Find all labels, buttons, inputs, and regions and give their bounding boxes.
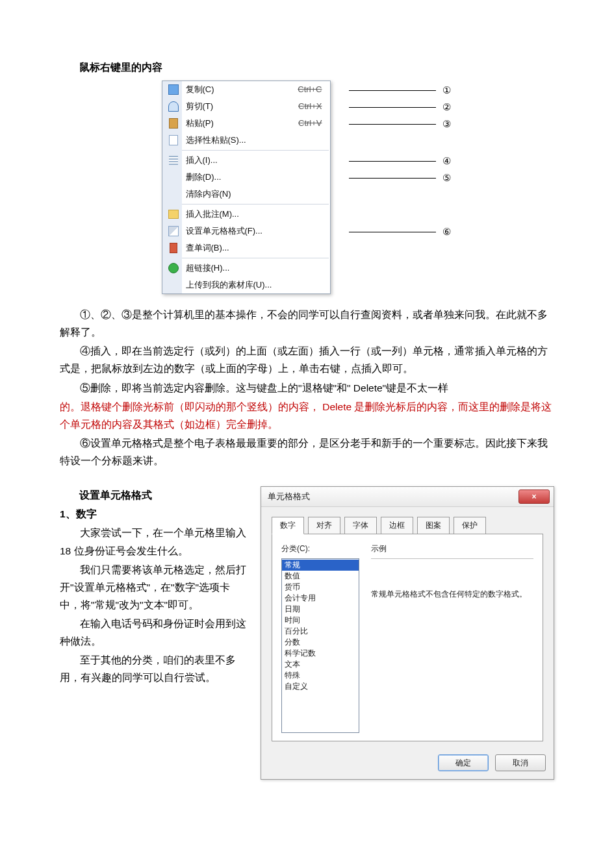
menu-item-label: 清除内容(N) [186, 187, 231, 202]
category-option[interactable]: 特殊 [282, 670, 359, 681]
context-menu[interactable]: 复制(C)Ctrl+C剪切(T)Ctrl+X粘贴(P)Ctrl+V选择性粘贴(S… [162, 81, 331, 294]
globe-icon [165, 261, 182, 275]
menu-item-label: 粘贴(P) [186, 116, 214, 131]
paragraph: ④插入，即在当前选定行（或列）的上面（或左面）插入一行（或一列）单元格，通常插入… [60, 342, 554, 377]
grid-icon [165, 153, 182, 167]
paragraph: 在输入电话号码和身份证时会用到这种做法。 [60, 615, 249, 650]
dialog-body: 数字对齐字体边框图案保护 分类(C): 常规数值货币会计专用日期时间百分比分数科… [261, 507, 554, 748]
dialog-title: 单元格格式 [268, 490, 518, 504]
menu-item-label: 删除(D)... [186, 170, 222, 185]
cut-icon [165, 99, 182, 114]
callout: ③ [349, 116, 453, 132]
fmt-icon [165, 224, 182, 238]
context-menu-figure: 复制(C)Ctrl+C剪切(T)Ctrl+X粘贴(P)Ctrl+V选择性粘贴(S… [60, 81, 554, 294]
menu-item[interactable]: 粘贴(P)Ctrl+V [162, 115, 330, 132]
format-hint: 常规单元格格式不包含任何特定的数字格式。 [371, 588, 533, 601]
menu-item[interactable]: 剪切(T)Ctrl+X [162, 98, 330, 115]
callout: ⑤ [349, 169, 453, 186]
menu-separator [182, 204, 329, 205]
dict-icon [165, 241, 182, 255]
paragraph-emphasis: 的。退格键个删除光标前（即闪动的那个竖线）的内容， Delete 是删除光标后的… [60, 398, 554, 433]
page: 鼠标右键里的内容 复制(C)Ctrl+C剪切(T)Ctrl+X粘贴(P)Ctrl… [0, 0, 614, 819]
menu-item[interactable]: 清除内容(N) [162, 186, 330, 203]
category-option[interactable]: 自定义 [282, 681, 359, 692]
paragraph: 大家尝试一下，在一个单元格里输入 18 位身份证号会发生什么。 [60, 524, 249, 559]
cancel-button[interactable]: 取消 [495, 754, 546, 771]
menu-item-label: 剪切(T) [186, 99, 214, 114]
menu-shortcut: Ctrl+V [298, 116, 323, 131]
section2-heading: 1、数字 [60, 505, 249, 523]
ok-button[interactable]: 确定 [438, 754, 489, 771]
tab-数字[interactable]: 数字 [272, 517, 304, 534]
menu-item-label: 查单词(B)... [186, 241, 229, 256]
menu-item[interactable]: 超链接(H)... [162, 260, 330, 277]
paste-icon [165, 116, 182, 130]
category-label: 分类(C): [281, 542, 359, 556]
callout [349, 186, 453, 203]
paragraph: ①、②、③是整个计算机里的基本操作，不会的同学可以自行查阅资料，或者单独来问我。… [60, 306, 554, 341]
category-column: 分类(C): 常规数值货币会计专用日期时间百分比分数科学记数文本特殊自定义 [281, 542, 359, 733]
category-listbox[interactable]: 常规数值货币会计专用日期时间百分比分数科学记数文本特殊自定义 [281, 558, 359, 733]
section2-text: 设置单元格格式 1、数字 大家尝试一下，在一个单元格里输入 18 位身份证号会发… [60, 486, 249, 688]
category-option[interactable]: 货币 [282, 582, 359, 593]
category-option[interactable]: 数值 [282, 571, 359, 582]
tab-panel-number: 分类(C): 常规数值货币会计专用日期时间百分比分数科学记数文本特殊自定义 示例… [272, 534, 543, 741]
cell-format-dialog: 单元格格式 × 数字对齐字体边框图案保护 分类(C): 常规数值货币会计专用日期… [261, 486, 554, 780]
menu-item-label: 插入(I)... [186, 153, 218, 168]
category-option[interactable]: 分数 [282, 637, 359, 648]
category-option[interactable]: 百分比 [282, 626, 359, 637]
menu-item[interactable]: 复制(C)Ctrl+C [162, 81, 330, 98]
tab-图案[interactable]: 图案 [417, 517, 450, 534]
note-icon [165, 207, 182, 221]
menu-item[interactable]: 选择性粘贴(S)... [162, 132, 330, 149]
menu-item[interactable]: 插入批注(M)... [162, 206, 330, 223]
menu-item[interactable]: 插入(I)... [162, 152, 330, 169]
callout [349, 260, 453, 277]
menu-separator [182, 258, 329, 258]
category-option[interactable]: 科学记数 [282, 648, 359, 659]
blank-icon [165, 170, 182, 184]
callout [349, 240, 453, 257]
menu-item-label: 上传到我的素材库(U)... [186, 278, 272, 293]
category-option[interactable]: 日期 [282, 604, 359, 615]
callout [349, 132, 453, 149]
callout: ④ [349, 153, 453, 169]
menu-item[interactable]: 设置单元格格式(F)... [162, 223, 330, 240]
dialog-tabs: 数字对齐字体边框图案保护 [272, 516, 543, 534]
callout [349, 206, 453, 223]
menu-item[interactable]: 上传到我的素材库(U)... [162, 277, 330, 293]
category-option[interactable]: 时间 [282, 615, 359, 626]
sel-icon [165, 133, 182, 147]
tab-保护[interactable]: 保护 [454, 517, 486, 534]
tab-对齐[interactable]: 对齐 [308, 517, 340, 534]
menu-item[interactable]: 删除(D)... [162, 169, 330, 186]
dialog-buttons: 确定 取消 [261, 748, 554, 779]
menu-shortcut: Ctrl+X [298, 99, 323, 114]
paragraph: ⑥设置单元格格式是整个电子表格最最重要的部分，是区分老手和新手的一个重要标志。因… [60, 434, 554, 469]
paragraph: ⑤删除，即将当前选定内容删除。这与键盘上的"退格键"和" Delete"键是不太… [60, 379, 554, 397]
section2: 设置单元格格式 1、数字 大家尝试一下，在一个单元格里输入 18 位身份证号会发… [60, 486, 554, 780]
section2-title: 设置单元格格式 [79, 486, 249, 504]
tab-字体[interactable]: 字体 [344, 517, 377, 534]
menu-item-label: 复制(C) [186, 82, 214, 97]
menu-item[interactable]: 查单词(B)... [162, 240, 330, 256]
menu-shortcut: Ctrl+C [298, 82, 323, 97]
paragraph: 至于其他的分类，咱们的表里不多用，有兴趣的同学可以自行尝试。 [60, 651, 249, 686]
paragraph: 我们只需要将该单元格选定，然后打开"设置单元格格式"，在"数字"选项卡中，将"常… [60, 561, 249, 614]
menu-separator [182, 150, 329, 151]
category-option[interactable]: 常规 [282, 560, 359, 571]
dialog-titlebar[interactable]: 单元格格式 × [261, 487, 554, 507]
category-option[interactable]: 会计专用 [282, 593, 359, 604]
callout: ② [349, 99, 453, 116]
blank-icon [165, 278, 182, 292]
copy-icon [165, 82, 182, 97]
blank-icon [165, 187, 182, 201]
example-column: 示例 常规单元格格式不包含任何特定的数字格式。 [371, 542, 533, 733]
close-icon[interactable]: × [518, 490, 550, 504]
tab-边框[interactable]: 边框 [381, 517, 413, 534]
callout-column: ①②③④⑤⑥ [349, 81, 453, 294]
category-option[interactable]: 文本 [282, 659, 359, 670]
menu-item-label: 插入批注(M)... [186, 207, 239, 222]
example-label: 示例 [371, 544, 387, 553]
callout: ① [349, 82, 453, 99]
